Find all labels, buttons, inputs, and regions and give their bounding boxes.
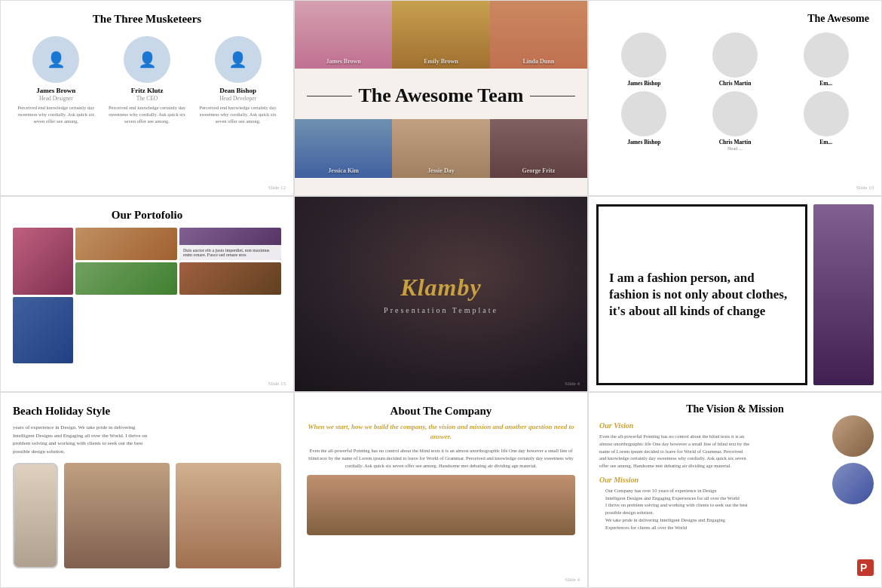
name-james-brown: James Brown — [36, 87, 75, 94]
role-dean: Head Developer — [219, 95, 256, 102]
slide-about-company: About The Company When we start, how we … — [294, 392, 588, 588]
slide9-content: Our Vision Even the all-powerful Pointin… — [599, 421, 750, 531]
slide7-phone-area — [13, 463, 281, 568]
awesome-title: The Awesome Team — [358, 85, 523, 107]
slide8-subtitle: When we start, how we build the company,… — [307, 422, 575, 441]
slide-awesome-right: The Awesome James Bishop Chris Martin Em… — [588, 0, 882, 196]
slide9-avatar-column — [832, 415, 874, 504]
mini-name-6: Em... — [782, 139, 869, 145]
portfolio-cell-5 — [75, 262, 177, 295]
slide1-team-row: 👤 James Brown Head Designer Perceived en… — [13, 36, 281, 124]
person-image-2 — [176, 463, 281, 568]
slide-vision-mission: The Vision & Mission Our Vision Even the… — [588, 392, 882, 588]
name-fritz: Fritz Klutz — [131, 87, 164, 94]
bullet-4: We take pride in delivering Intelligent … — [605, 516, 750, 531]
mini-name-3: Em... — [782, 80, 869, 87]
mini-member-4: James Bishop — [601, 91, 688, 151]
klamby-title: Klamby — [384, 274, 498, 302]
mini-name-1: James Bishop — [601, 80, 688, 87]
mini-member-6: Em... — [782, 91, 869, 151]
klamby-background: Klamby Presentation Template Slide 4 — [295, 197, 587, 391]
slide7-title: Beach Holiday Style — [13, 405, 281, 418]
quote-side-image — [813, 204, 874, 385]
slide-klamby: Klamby Presentation Template Slide 4 — [294, 196, 588, 392]
slide4-number: Slide 15 — [268, 381, 286, 387]
avatar-fritz: 👤 — [124, 36, 170, 83]
role-james-brown: Head Designer — [39, 95, 73, 102]
mission-head: Our Mission — [599, 476, 750, 484]
member-fritz-klutz: 👤 Fritz Klutz The CEO Perceived end know… — [104, 36, 191, 124]
slide1-title: The Three Musketeers — [13, 13, 281, 26]
mini-avatar-3 — [804, 32, 849, 78]
portfolio-cell-2 — [13, 297, 73, 364]
svg-text:P: P — [860, 562, 867, 574]
quote-outer-container: I am a fashion person, and fashion is no… — [596, 204, 874, 385]
photo-linda-dunn: Linda Dunn — [490, 1, 587, 69]
title-line-left — [307, 96, 352, 96]
person-image-1 — [64, 463, 170, 568]
mini-avatar-4 — [621, 91, 666, 136]
bullet-3: I thrive on problem solving and working … — [605, 501, 750, 516]
photo-george-fritz: George Fritz — [490, 119, 587, 178]
slide8-photo — [307, 475, 575, 535]
avatar-img-fritz: 👤 — [124, 36, 170, 83]
slide-beach-holiday: Beach Holiday Style years of experience … — [0, 392, 294, 588]
label-emily-brown: Emily Brown — [392, 1, 489, 69]
portfolio-cell-1 — [13, 228, 73, 295]
portfolio-left — [13, 228, 73, 363]
member-james-brown: 👤 James Brown Head Designer Perceived en… — [13, 36, 100, 124]
mini-name-5: Chris Martin — [692, 139, 779, 145]
vision-head: Our Vision — [599, 421, 750, 430]
klamby-subtitle: Presentation Template — [384, 306, 498, 314]
mini-name-2: Chris Martin — [692, 80, 779, 87]
avatar-dean: 👤 — [215, 36, 262, 83]
avatar-james-brown: 👤 — [32, 36, 79, 83]
quote-box: I am a fashion person, and fashion is no… — [596, 204, 807, 385]
label-james-brown: James Brown — [295, 1, 392, 69]
slide1-number: Slide 12 — [268, 185, 286, 191]
slide3-members-grid: James Bishop Chris Martin Em... James Bi… — [601, 32, 869, 151]
slide-three-musketeers: The Three Musketeers 👤 James Brown Head … — [0, 0, 294, 196]
title-line-right — [530, 96, 575, 96]
mini-member-3: Em... — [782, 32, 869, 87]
powerpoint-icon: P — [857, 559, 874, 580]
mini-member-5: Chris Martin Head ... — [692, 91, 779, 151]
desc-dean: Perceived end knowledge certainly day sw… — [194, 104, 281, 124]
bullet-1: Our Company has over 10 years of experie… — [605, 487, 750, 495]
quote-text: I am a fashion person, and fashion is no… — [609, 270, 795, 320]
mini-avatar-6 — [804, 91, 849, 136]
mini-role-5: Head ... — [692, 145, 779, 151]
slide-portfolio: Our Portofolio Duis auctor elit a justo … — [0, 196, 294, 392]
slide8-text: Even the all-powerful Pointing has no co… — [307, 447, 575, 469]
portfolio-grid: Duis auctor elit a justo imperdiet, non … — [13, 228, 281, 363]
label-linda-dunn: Linda Dunn — [490, 1, 587, 69]
desc-fritz: Perceived end knowledge certainly day sw… — [104, 104, 191, 124]
slide2-bottom-photos: Jessica Kim Jessie Day George Fritz — [295, 119, 587, 178]
member-dean-bishop: 👤 Dean Bishop Head Developer Perceived e… — [194, 36, 281, 124]
desc-james-brown: Perceived end knowledge certainly day sw… — [13, 104, 100, 124]
phone-image — [13, 463, 58, 568]
avatar-img-james: 👤 — [32, 36, 79, 83]
mini-avatar-5 — [712, 91, 758, 136]
photo-emily-brown: Emily Brown — [392, 1, 489, 69]
slide8-number: Slide 4 — [565, 577, 580, 583]
slide4-title: Our Portofolio — [13, 209, 281, 222]
slide8-title: About The Company — [307, 405, 575, 418]
bullet-2: Intelligent Designs and Engaging Experie… — [605, 495, 750, 502]
slide-fashion-quote: I am a fashion person, and fashion is no… — [588, 196, 882, 392]
slide5-number: Slide 4 — [565, 381, 580, 387]
mini-name-4: James Bishop — [601, 139, 688, 145]
name-dean: Dean Bishop — [219, 87, 256, 94]
portfolio-right: Duis auctor elit a justo imperdiet, non … — [75, 228, 281, 295]
label-jessie-day: Jessie Day — [392, 119, 489, 178]
mini-member-2: Chris Martin — [692, 32, 779, 87]
slide7-desc: years of experience in Design. We take p… — [13, 424, 149, 455]
slide-awesome-team: James Brown Emily Brown Linda Dunn The A… — [294, 0, 588, 196]
title-decoration: The Awesome Team — [302, 85, 580, 107]
label-jessica-kim: Jessica Kim — [295, 119, 392, 178]
slide3-number: Slide 10 — [856, 185, 874, 191]
mini-avatar-1 — [621, 32, 666, 78]
photo-jessie-day: Jessie Day — [392, 119, 489, 178]
label-george-fritz: George Fritz — [490, 119, 587, 178]
vision-avatar-2 — [832, 463, 874, 504]
